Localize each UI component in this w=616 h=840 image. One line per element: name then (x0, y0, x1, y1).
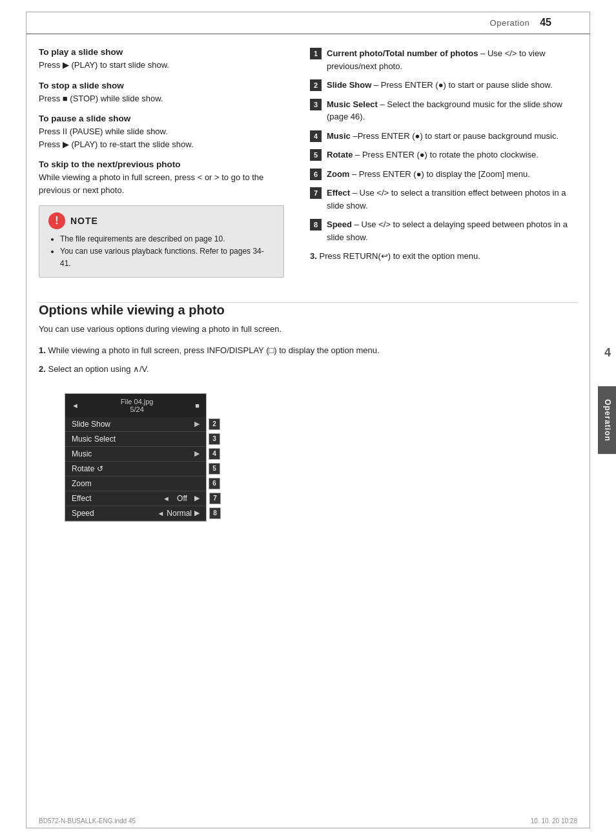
num-badge-7: 7 (310, 187, 322, 199)
right-column: 1 Current photo/Total number of photos –… (303, 47, 577, 289)
menu-badge-6: 6 (209, 478, 220, 489)
num-badge-8: 8 (310, 219, 322, 230)
right-item-5: 5 Rotate – Press ENTER (●) to rotate the… (310, 149, 577, 161)
right-item-4: 4 Music –Press ENTER (●) to start or pau… (310, 130, 577, 143)
options-step1-text: While viewing a photo in full screen, pr… (48, 345, 379, 355)
left-column: To play a slide show Press ▶ (PLAY) to s… (39, 47, 284, 289)
footer-right: 10. 10. 20 10:28 (531, 817, 577, 825)
right-item-8-bold: Speed (327, 220, 352, 229)
menu-rotate-label: Rotate ↺ (72, 464, 200, 473)
menu-mockup-wrapper: ◄ File 04.jpg 5/24 ■ Slide Show ▶ 2 Musi… (52, 387, 207, 528)
options-intro: You can use various options during viewi… (39, 323, 577, 336)
page-border-left (26, 12, 26, 828)
note-items: The file requirements are described on p… (48, 233, 274, 271)
right-item-2-text: Slide Show – Press ENTER (●) to start or… (327, 79, 553, 92)
right-item-4-desc: –Press ENTER (●) to start or pause backg… (353, 131, 559, 141)
menu-badge-2: 2 (209, 418, 220, 430)
options-step2-text: Select an option using ∧/V. (48, 364, 149, 374)
menu-effect-label: Effect (72, 494, 160, 503)
options-section: Options while viewing a photo You can us… (0, 303, 616, 541)
page-border-top (26, 12, 590, 12)
section-play-title: To play a slide show (39, 47, 284, 57)
right-item-7-bold: Effect (327, 188, 350, 198)
right-item-5-bold: Rotate (327, 150, 353, 159)
menu-slideshow-label: Slide Show (72, 420, 194, 429)
num-badge-1: 1 (310, 48, 322, 59)
num-badge-2: 2 (310, 79, 322, 91)
right-item-4-bold: Music (327, 131, 351, 141)
menu-badge-4: 4 (209, 448, 220, 460)
page-border-right (590, 12, 590, 828)
menu-header-right: ■ (195, 402, 200, 409)
menu-speed-left-arrow: ◄ (157, 509, 164, 517)
footer-left: BD572-N-BUSALLK-ENG.indd 45 (39, 817, 136, 825)
menu-row-rotate: Rotate ↺ 5 (65, 462, 206, 476)
note-icon: ! (48, 212, 65, 229)
menu-speed-label: Speed (72, 509, 154, 518)
menu-musicselect-label: Music Select (72, 435, 200, 444)
pause-body1: Press II (PAUSE) while slide show. (39, 127, 168, 136)
main-content: To play a slide show Press ▶ (PLAY) to s… (0, 34, 616, 302)
page-footer: BD572-N-BUSALLK-ENG.indd 45 10. 10. 20 1… (39, 817, 577, 825)
right-step3-num: 3. (310, 251, 317, 261)
right-item-1-bold: Current photo/Total number of photos (327, 48, 478, 58)
right-item-2-bold: Slide Show (327, 80, 371, 90)
right-item-2: 2 Slide Show – Press ENTER (●) to start … (310, 79, 577, 92)
options-title: Options while viewing a photo (39, 303, 577, 318)
note-header: ! NOTE (48, 212, 274, 229)
right-item-1-text: Current photo/Total number of photos – U… (327, 47, 577, 72)
num-badge-5: 5 (310, 149, 322, 161)
section-pause-title: To pause a slide show (39, 114, 284, 123)
num-badge-4: 4 (310, 130, 322, 142)
menu-fraction: 5/24 (121, 405, 154, 413)
menu-effect-val: Off (172, 494, 192, 503)
menu-speed-val: Normal (167, 509, 192, 518)
header-page: 45 (540, 17, 551, 28)
options-step2-num: 2. (39, 364, 46, 374)
menu-row-music: Music ▶ 4 (65, 447, 206, 462)
pause-body2: Press ▶ (PLAY) to re-start the slide sho… (39, 139, 194, 149)
right-item-6-desc: – Press ENTER (●) to display the [Zoom] … (352, 169, 530, 179)
menu-music-icon: ▶ (194, 449, 200, 458)
right-item-5-text: Rotate – Press ENTER (●) to rotate the p… (327, 149, 539, 161)
menu-zoom-label: Zoom (72, 479, 200, 488)
right-item-2-desc: – Press ENTER (●) to start or pause slid… (374, 80, 553, 90)
right-item-1: 1 Current photo/Total number of photos –… (310, 47, 577, 72)
section-pause-body: Press II (PAUSE) while slide show. Press… (39, 125, 284, 150)
menu-badge-5: 5 (209, 463, 220, 475)
menu-badge-3: 3 (209, 433, 220, 445)
header-title: Operation (490, 18, 530, 28)
menu-effect-left-arrow: ◄ (163, 495, 170, 502)
menu-row-slideshow: Slide Show ▶ 2 (65, 417, 206, 432)
right-step3: 3. Press RETURN(↩) to exit the option me… (310, 250, 577, 263)
menu-slideshow-icon: ▶ (194, 420, 200, 428)
right-item-6-text: Zoom – Press ENTER (●) to display the [Z… (327, 168, 530, 181)
menu-header-left: ◄ (72, 402, 79, 409)
menu-row-zoom: Zoom 6 (65, 476, 206, 491)
options-step2: 2. Select an option using ∧/V. (39, 363, 577, 376)
right-item-8-desc: – Use </> to select a delaying speed bet… (327, 220, 568, 242)
menu-badge-8: 8 (209, 507, 221, 519)
side-tab: Operation (598, 386, 616, 455)
right-item-5-desc: – Press ENTER (●) to rotate the photo cl… (355, 150, 539, 159)
side-number: 4 (604, 346, 611, 360)
options-step1-num: 1. (39, 345, 46, 355)
note-label: NOTE (70, 216, 98, 226)
menu-row-musicselect: Music Select 3 (65, 432, 206, 447)
section-skip-body: While viewing a photo in full screen, pr… (39, 171, 284, 196)
section-stop-body: Press ■ (STOP) while slide show. (39, 92, 284, 105)
menu-filename: File 04.jpg (121, 398, 154, 405)
right-item-6-bold: Zoom (327, 169, 349, 179)
menu-row-effect: Effect ◄ Off ▶ 7 (65, 491, 206, 506)
menu-music-label: Music (72, 449, 194, 458)
menu-badge-7: 7 (209, 493, 221, 504)
page-border-bottom (26, 828, 590, 828)
section-play-body: Press ▶ (PLAY) to start slide show. (39, 59, 284, 72)
menu-mockup: ◄ File 04.jpg 5/24 ■ Slide Show ▶ 2 Musi… (65, 393, 207, 522)
menu-row-speed: Speed ◄ Normal ▶ 8 (65, 506, 206, 521)
side-tab-label: Operation (603, 399, 612, 442)
note-box: ! NOTE The file requirements are describ… (39, 205, 284, 278)
right-step3-text: Press RETURN(↩) to exit the option menu. (319, 251, 480, 261)
note-item-2: You can use various playback functions. … (60, 245, 274, 270)
right-item-4-text: Music –Press ENTER (●) to start or pause… (327, 130, 559, 143)
